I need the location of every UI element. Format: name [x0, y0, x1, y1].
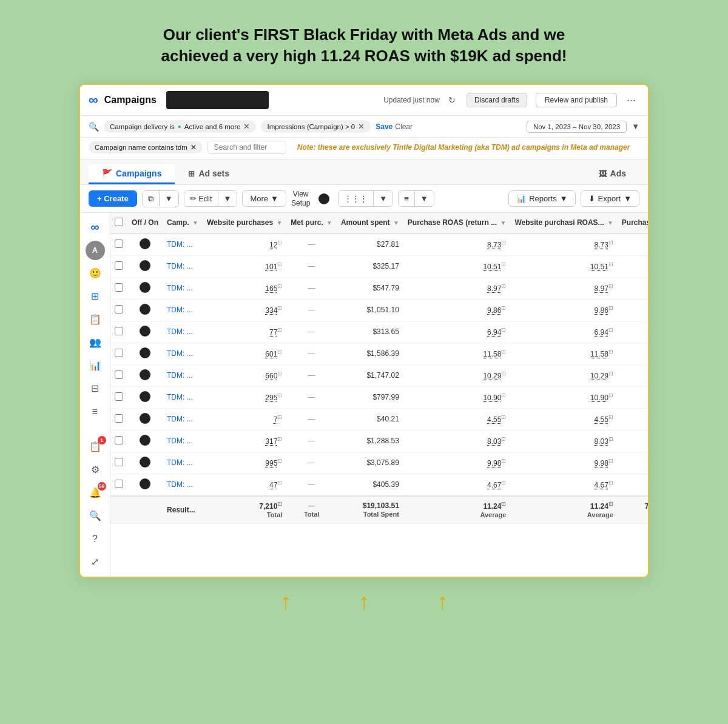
row-checkbox[interactable]: [115, 305, 123, 313]
row-checkbox[interactable]: [115, 240, 123, 248]
row-checkbox-cell[interactable]: [110, 452, 127, 474]
tab-ads[interactable]: 🖼 Ads: [585, 164, 639, 184]
sidebar-search-icon[interactable]: 🔍: [86, 506, 105, 526]
sidebar-menu-icon[interactable]: ≡: [86, 402, 105, 421]
row-campaign[interactable]: TDM: ...: [163, 299, 203, 321]
row-checkbox[interactable]: [115, 370, 123, 379]
sidebar-grid-icon[interactable]: ⊞: [86, 287, 105, 306]
create-button[interactable]: + Create: [89, 190, 137, 207]
row-checkbox[interactable]: [115, 414, 123, 423]
toggle-dot-icon[interactable]: [140, 304, 150, 315]
sidebar-settings-icon[interactable]: ⚙: [86, 460, 105, 480]
row-campaign[interactable]: TDM: ...: [163, 474, 203, 496]
row-toggle-cell[interactable]: [127, 343, 163, 364]
search-bar-input[interactable]: [166, 91, 269, 109]
row-checkbox-cell[interactable]: [110, 364, 127, 386]
row-checkbox-cell[interactable]: [110, 233, 127, 256]
row-checkbox[interactable]: [115, 392, 123, 401]
campaign-link[interactable]: TDM: ...: [167, 458, 193, 467]
row-checkbox-cell[interactable]: [110, 321, 127, 343]
row-checkbox[interactable]: [115, 480, 123, 488]
filter-dropdown-button[interactable]: ▼: [414, 191, 434, 206]
columns-button[interactable]: ⋮⋮⋮: [339, 191, 373, 206]
review-publish-button[interactable]: Review and publish: [536, 93, 617, 107]
row-toggle-cell[interactable]: [127, 364, 163, 386]
row-toggle-cell[interactable]: [127, 233, 163, 256]
export-button[interactable]: ⬇ Export ▼: [581, 190, 639, 207]
sidebar-collapse-icon[interactable]: ⤢: [86, 552, 105, 572]
header-purchase-roas[interactable]: Purchase ROAS (return ... ▼: [403, 213, 511, 233]
campaign-link[interactable]: TDM: ...: [167, 306, 193, 314]
toggle-dot-icon[interactable]: [140, 435, 150, 446]
row-campaign[interactable]: TDM: ...: [163, 343, 203, 364]
search-filter-input[interactable]: [207, 141, 286, 154]
sidebar-emoji-icon[interactable]: 🙂: [86, 264, 105, 283]
filter-delivery-close-icon[interactable]: ✕: [243, 122, 250, 131]
toggle-dot-icon[interactable]: [140, 347, 150, 358]
header-website-purchase-roas[interactable]: Website purchasi ROAS... ▼: [510, 213, 617, 233]
sidebar-chart-icon[interactable]: 📊: [86, 356, 105, 375]
campaign-link[interactable]: TDM: ...: [167, 349, 193, 358]
filter-impressions-close-icon[interactable]: ✕: [358, 122, 365, 131]
more-options-button[interactable]: ···: [623, 93, 639, 108]
row-campaign[interactable]: TDM: ...: [163, 452, 203, 474]
row-checkbox-cell[interactable]: [110, 255, 127, 277]
copy-dropdown-button[interactable]: ▼: [159, 191, 178, 206]
row-campaign[interactable]: TDM: ...: [163, 255, 203, 277]
date-range-arrow-icon[interactable]: ▼: [632, 122, 639, 131]
row-campaign[interactable]: TDM: ...: [163, 277, 203, 299]
row-toggle-cell[interactable]: [127, 255, 163, 277]
save-button[interactable]: Save: [376, 122, 393, 131]
sidebar-people-icon[interactable]: 👥: [86, 333, 105, 352]
filter-tag-delivery[interactable]: Campaign delivery is ● Active and 6 more…: [104, 120, 256, 133]
row-checkbox[interactable]: [115, 436, 123, 444]
row-campaign[interactable]: TDM: ...: [163, 430, 203, 452]
filter-tag-impressions[interactable]: Impressions (Campaign) > 0 ✕: [261, 120, 371, 133]
header-purchases[interactable]: Purchases ▼: [618, 213, 648, 233]
copy-icon-button[interactable]: ⧉: [143, 191, 159, 207]
row-checkbox-cell[interactable]: [110, 386, 127, 408]
row-toggle-cell[interactable]: [127, 474, 163, 496]
row-checkbox-cell[interactable]: [110, 299, 127, 321]
campaign-link[interactable]: TDM: ...: [167, 437, 193, 445]
filter-campaign-close-icon[interactable]: ✕: [190, 143, 197, 152]
row-checkbox-cell[interactable]: [110, 474, 127, 496]
tab-adsets[interactable]: ⊞ Ad sets: [175, 164, 243, 184]
row-campaign[interactable]: TDM: ...: [163, 364, 203, 386]
toggle-dot-icon[interactable]: [140, 478, 150, 489]
header-amount-spent[interactable]: Amount spent ▼: [337, 213, 403, 233]
row-campaign[interactable]: TDM: ...: [163, 386, 203, 408]
toggle-dot-icon[interactable]: [140, 391, 150, 402]
header-campaign[interactable]: Camp. ▼: [163, 213, 203, 233]
row-campaign[interactable]: TDM: ...: [163, 321, 203, 343]
tab-campaigns[interactable]: 🚩 Campaigns: [89, 164, 175, 184]
campaign-link[interactable]: TDM: ...: [167, 415, 193, 423]
row-checkbox[interactable]: [115, 458, 123, 466]
sidebar-book-icon[interactable]: 📋: [86, 310, 105, 329]
campaign-link[interactable]: TDM: ...: [167, 393, 193, 401]
row-toggle-cell[interactable]: [127, 452, 163, 474]
select-all-checkbox[interactable]: [115, 218, 123, 226]
campaign-link[interactable]: TDM: ...: [167, 480, 193, 489]
campaign-link[interactable]: TDM: ...: [167, 371, 193, 380]
filter-button[interactable]: ≡: [399, 191, 414, 206]
row-toggle-cell[interactable]: [127, 408, 163, 430]
toggle-dot-icon[interactable]: [140, 260, 150, 271]
header-met-purch[interactable]: Met purc. ▼: [286, 213, 337, 233]
refresh-icon[interactable]: ↻: [448, 95, 456, 105]
row-campaign[interactable]: TDM: ...: [163, 408, 203, 430]
toggle-dot-icon[interactable]: [140, 413, 150, 424]
columns-dropdown-button[interactable]: ▼: [373, 191, 393, 206]
row-checkbox-cell[interactable]: [110, 430, 127, 452]
clear-button[interactable]: Clear: [395, 122, 413, 131]
header-website-purchases[interactable]: Website purchases ▼: [203, 213, 286, 233]
campaign-link[interactable]: TDM: ...: [167, 284, 193, 292]
row-checkbox[interactable]: [115, 327, 123, 335]
discard-drafts-button[interactable]: Discard drafts: [467, 93, 527, 107]
sidebar-copy-icon[interactable]: 📋 1: [86, 437, 105, 457]
more-button[interactable]: More ▼: [242, 190, 286, 207]
row-checkbox-cell[interactable]: [110, 277, 127, 299]
header-checkbox[interactable]: [110, 213, 127, 233]
sidebar-avatar[interactable]: A: [86, 241, 105, 260]
toggle-dot-icon[interactable]: [140, 326, 150, 337]
